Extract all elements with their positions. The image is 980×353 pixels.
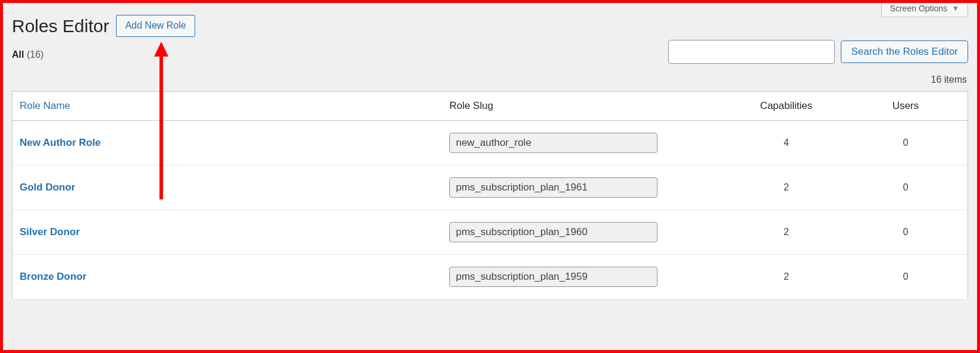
role-capabilities: 2 — [729, 255, 844, 299]
role-users: 0 — [844, 210, 968, 255]
screen-options-tab[interactable]: Screen Options ▼ — [881, 0, 968, 17]
role-capabilities: 2 — [729, 165, 844, 210]
role-name-link[interactable]: Gold Donor — [20, 182, 75, 193]
role-name-link[interactable]: Silver Donor — [20, 226, 80, 238]
table-row: Silver Donor 2 0 — [12, 210, 968, 255]
role-slug-input[interactable] — [449, 222, 657, 242]
items-count: 16 items — [12, 74, 967, 85]
filter-all-link[interactable]: All (16) — [12, 49, 43, 60]
caret-down-icon: ▼ — [952, 4, 959, 13]
role-name-link[interactable]: Bronze Donor — [20, 271, 86, 282]
role-slug-input[interactable] — [449, 177, 657, 198]
column-header-role-slug: Role Slug — [442, 92, 729, 121]
role-users: 0 — [844, 165, 968, 210]
role-capabilities: 4 — [729, 121, 844, 165]
role-capabilities: 2 — [729, 210, 844, 255]
filter-all-count: (16) — [27, 49, 43, 60]
role-slug-input[interactable] — [449, 133, 657, 153]
page-title: Roles Editor — [12, 14, 109, 38]
search-button[interactable]: Search the Roles Editor — [841, 40, 968, 63]
filter-all-label: All — [12, 49, 24, 60]
table-row: Gold Donor 2 0 — [12, 165, 968, 210]
table-row: New Author Role 4 0 — [12, 121, 968, 165]
role-slug-input[interactable] — [449, 267, 657, 287]
role-name-link[interactable]: New Author Role — [20, 137, 101, 148]
role-users: 0 — [844, 121, 968, 165]
column-header-role-name[interactable]: Role Name — [12, 92, 443, 121]
screen-options-label: Screen Options — [890, 4, 948, 13]
column-header-users: Users — [844, 92, 968, 121]
roles-table: Role Name Role Slug Capabilities Users N… — [12, 91, 968, 299]
search-input[interactable] — [668, 40, 835, 64]
role-users: 0 — [844, 255, 968, 299]
add-new-role-button[interactable]: Add New Role — [116, 15, 195, 36]
column-header-capabilities: Capabilities — [729, 92, 844, 121]
table-row: Bronze Donor 2 0 — [12, 255, 968, 299]
